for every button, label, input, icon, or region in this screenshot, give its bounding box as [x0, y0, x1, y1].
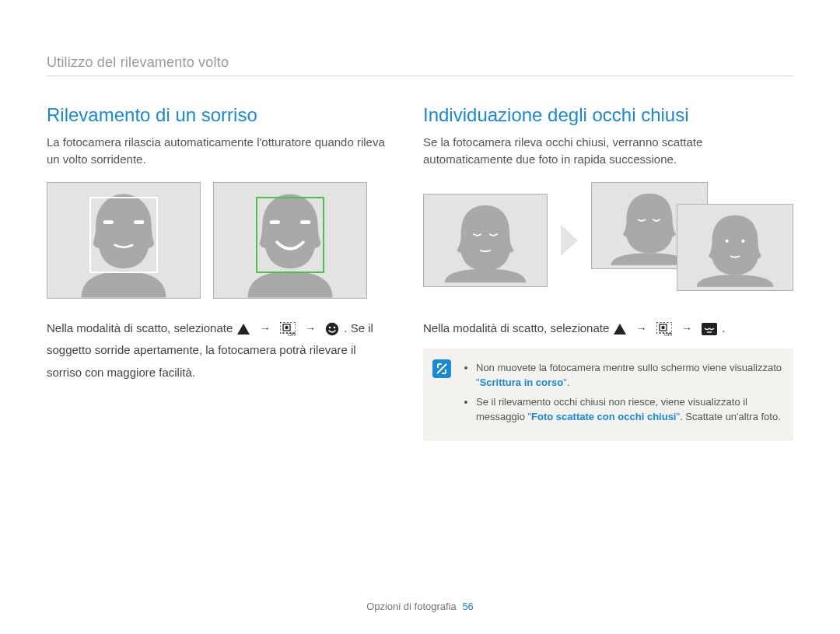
- svg-point-15: [661, 325, 664, 328]
- arrow-sep-icon: →: [305, 318, 316, 339]
- note-box: Non muovete la fotocamera mentre sullo s…: [423, 349, 793, 441]
- arrow-right-faint-icon: [560, 217, 579, 264]
- face-detect-rectangle: [256, 197, 324, 273]
- note1-quote: Scrittura in corso: [480, 377, 564, 388]
- blink-result-stack: [591, 182, 793, 299]
- up-triangle-icon: [614, 324, 626, 335]
- svg-point-6: [285, 325, 288, 328]
- svg-text:OFF: OFF: [288, 332, 296, 336]
- svg-text:OFF: OFF: [664, 332, 672, 336]
- blink-icon: [702, 323, 717, 335]
- face-off-icon: OFF: [656, 322, 672, 336]
- blink-example-closed: [423, 194, 548, 287]
- blink-examples-row: [423, 182, 793, 299]
- section-smile-detection: Rilevamento di un sorriso La fotocamera …: [47, 104, 386, 441]
- blink-result-open: [677, 204, 793, 291]
- face-detect-rectangle: [89, 197, 158, 273]
- note2-post: . Scattate un'altra foto.: [680, 411, 781, 422]
- svg-point-9: [329, 326, 331, 328]
- svg-point-10: [334, 326, 336, 328]
- person-silhouette: [684, 208, 786, 290]
- instruction-right: Nella modalità di scatto, selezionate → …: [423, 321, 726, 335]
- section-blink-detection: Individuazione degli occhi chiusi Se la …: [423, 104, 793, 441]
- note-item-1: Non muovete la fotocamera mentre sullo s…: [476, 361, 782, 391]
- note1-pre: Non muovete la fotocamera mentre sullo s…: [476, 362, 782, 373]
- svg-point-11: [725, 240, 728, 243]
- smile-examples-row: [47, 182, 386, 299]
- arrow-sep-icon: →: [260, 318, 271, 339]
- section-title-left: Rilevamento di un sorriso: [47, 104, 386, 126]
- note-item-2: Se il rilevamento occhi chiusi non riesc…: [476, 395, 782, 425]
- instr-prefix: Nella modalità di scatto, selezionate: [423, 321, 609, 335]
- arrow-sep-icon: →: [681, 318, 692, 339]
- intro-text-right: Se la fotocamera rileva occhi chiusi, ve…: [423, 134, 793, 168]
- instr-prefix: Nella modalità di scatto, selezionate: [47, 321, 233, 335]
- breadcrumb: Utilizzo del rilevamento volto: [47, 54, 793, 76]
- note-info-icon: [432, 359, 451, 378]
- up-triangle-icon: [237, 324, 250, 335]
- smile-example-neutral: [47, 182, 201, 299]
- svg-point-12: [741, 240, 744, 243]
- footer-label: Opzioni di fotografia: [366, 601, 457, 612]
- face-off-icon: OFF: [280, 322, 296, 336]
- page-number: 56: [462, 601, 473, 612]
- smile-example-smiling: [213, 182, 367, 299]
- arrow-sep-icon: →: [636, 318, 647, 339]
- section-title-right: Individuazione degli occhi chiusi: [423, 104, 793, 126]
- svg-point-8: [326, 322, 338, 335]
- smile-face-icon: [325, 322, 339, 336]
- page-footer: Opzioni di fotografia 56: [0, 601, 840, 612]
- instruction-left: Nella modalità di scatto, selezionate → …: [47, 321, 373, 379]
- intro-text-left: La fotocamera rilascia automaticamente l…: [47, 134, 386, 168]
- person-silhouette: [431, 198, 539, 285]
- note1-post: .: [567, 377, 570, 388]
- instr-suffix: .: [722, 321, 725, 335]
- note2-quote: Foto scattate con occhi chiusi: [531, 411, 676, 422]
